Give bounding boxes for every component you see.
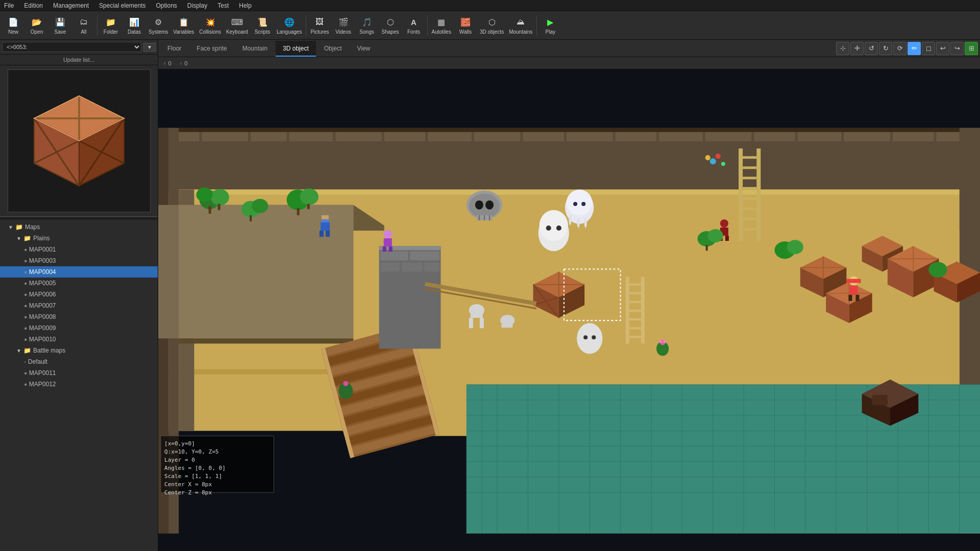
tree-map0007[interactable]: ■ MAP0007: [0, 300, 158, 311]
menu-management[interactable]: Management: [51, 1, 91, 10]
menu-edition[interactable]: Edition: [22, 1, 45, 10]
tree-map0009[interactable]: ■ MAP0009: [0, 322, 158, 334]
toolbar-scripts[interactable]: 📜 Scripts: [251, 13, 274, 38]
tool-rotate-y-btn[interactable]: ↻: [879, 42, 892, 55]
menu-test[interactable]: Test: [215, 1, 231, 10]
menu-options[interactable]: Options: [154, 1, 179, 10]
svg-rect-121: [629, 284, 641, 286]
svg-rect-117: [743, 218, 756, 220]
tree-map0001-label: MAP0001: [29, 246, 56, 253]
main-area: <>0053: ▼ Update list...: [0, 40, 980, 551]
update-list-btn[interactable]: Update list...: [0, 55, 158, 65]
toolbar-variables-label: Variables: [173, 29, 194, 35]
tree-map0006[interactable]: ■ MAP0006: [0, 289, 158, 300]
tab-face-sprite[interactable]: Face sprite: [189, 41, 234, 57]
tree-map0012-label: MAP0012: [29, 381, 56, 388]
tree-map0012[interactable]: ■ MAP0012: [0, 379, 158, 390]
autotiles-icon: ▦: [435, 16, 448, 28]
languages-icon: 🌐: [283, 16, 296, 28]
tree-map-icon-0011: ■: [24, 371, 27, 375]
tree-map0003[interactable]: ■ MAP0003: [0, 255, 158, 266]
right-panel: Floor Face sprite Mountain 3D object Obj…: [158, 40, 980, 551]
toolbar-save[interactable]: 💾 Save: [49, 13, 71, 38]
tree-plains-folder-icon: 📁: [23, 235, 31, 242]
menu-display[interactable]: Display: [185, 1, 209, 10]
preview-box: [8, 69, 151, 212]
toolbar-shapes[interactable]: ⬡ Shapes: [379, 13, 402, 38]
toolbar-folder[interactable]: 📁 Folder: [100, 13, 122, 38]
svg-point-227: [659, 340, 662, 343]
svg-rect-177: [322, 215, 329, 219]
tool-redo-btn[interactable]: ↪: [950, 42, 964, 55]
svg-rect-38: [456, 143, 503, 153]
svg-point-187: [384, 230, 392, 238]
tool-select-btn[interactable]: ⊹: [836, 42, 849, 55]
svg-rect-126: [629, 327, 641, 329]
toolbar-languages[interactable]: 🌐 Languages: [275, 13, 304, 38]
tool-rotate-z-btn[interactable]: ⟳: [893, 42, 906, 55]
tree-map-icon-0005: ■: [24, 281, 27, 286]
tree-map0011[interactable]: ■ MAP0011: [0, 367, 158, 379]
map-dropdown[interactable]: <>0053:: [2, 42, 141, 52]
map-canvas[interactable]: [x=0,y=0] Q:x=10, Y=0, Z=5 Layer = 0 Ang…: [158, 69, 980, 551]
tool-paint-btn[interactable]: ✏: [908, 42, 921, 55]
toolbar-videos[interactable]: 🎬 Videos: [332, 13, 355, 38]
tree-plains[interactable]: ▼ 📁 Plains: [0, 233, 158, 244]
tree-map-icon-0010: ■: [24, 337, 27, 342]
tree-map0001[interactable]: ■ MAP0001: [0, 244, 158, 255]
tree-map0008-label: MAP0008: [29, 313, 56, 320]
toolbar-open[interactable]: 📂 Open: [26, 13, 48, 38]
svg-rect-39: [505, 143, 546, 153]
toolbar-songs[interactable]: 🎵 Songs: [356, 13, 378, 38]
toolbar-datas-label: Datas: [128, 29, 141, 35]
toolbar-mountains[interactable]: ⛰ Mountains: [507, 13, 534, 38]
toolbar-systems[interactable]: ⚙ Systems: [146, 13, 170, 38]
tree-map-icon-0003: ■: [24, 259, 27, 263]
menu-help[interactable]: Help: [237, 1, 254, 10]
tool-layer-btn[interactable]: ⊞: [965, 42, 978, 55]
tool-move-btn[interactable]: ✛: [850, 42, 864, 55]
toolbar-datas[interactable]: 📊 Datas: [123, 13, 145, 38]
tree-map0008[interactable]: ■ MAP0008: [0, 311, 158, 322]
svg-point-164: [577, 323, 602, 354]
toolbar-fonts[interactable]: A Fonts: [403, 13, 425, 38]
all-icon: 🗂: [78, 16, 90, 28]
tab-3d-object[interactable]: 3D object: [276, 41, 316, 57]
tab-floor[interactable]: Floor: [160, 41, 188, 57]
tree-map0010[interactable]: ■ MAP0010: [0, 334, 158, 345]
tab-object[interactable]: Object: [317, 41, 349, 57]
menu-special[interactable]: Special elements: [97, 1, 148, 10]
toolbar-all[interactable]: 🗂 All: [72, 13, 95, 38]
tree-map0010-label: MAP0010: [29, 336, 56, 343]
toolbar-walls-label: Walls: [459, 29, 472, 35]
svg-rect-190: [389, 246, 393, 252]
tool-undo-btn[interactable]: ↩: [936, 42, 949, 55]
toolbar-pictures[interactable]: 🖼 Pictures: [308, 13, 331, 38]
new-icon: 📄: [7, 16, 19, 28]
map-dropdown-btn[interactable]: ▼: [143, 43, 156, 52]
svg-rect-106: [380, 262, 400, 271]
map-scene-svg: [x=0,y=0] Q:x=10, Y=0, Z=5 Layer = 0 Ang…: [158, 69, 980, 551]
toolbar-collisions[interactable]: 💥 Collisions: [197, 13, 223, 38]
tool-rotate-x-btn[interactable]: ↺: [865, 42, 878, 55]
toolbar-3dobjects[interactable]: ⬡ 3D objects: [478, 13, 506, 38]
toolbar-keyboard[interactable]: ⌨ Keyboard: [224, 13, 250, 38]
tree-default[interactable]: ▪ Default: [0, 356, 158, 367]
tree-map0004[interactable]: ■ MAP0004: [0, 266, 158, 278]
tab-mountain[interactable]: Mountain: [235, 41, 275, 57]
svg-point-216: [708, 229, 723, 242]
toolbar-new[interactable]: 📄 New: [2, 13, 24, 38]
tree-battlemaps[interactable]: ▼ 📁 Battle maps: [0, 345, 158, 356]
tool-erase-btn[interactable]: ◻: [922, 42, 935, 55]
toolbar-walls[interactable]: 🧱 Walls: [454, 13, 477, 38]
svg-rect-107: [402, 262, 422, 271]
tree-map0005[interactable]: ■ MAP0005: [0, 278, 158, 289]
tree-maps[interactable]: ▼ 📁 Maps: [0, 221, 158, 233]
svg-rect-188: [384, 238, 392, 246]
toolbar-variables[interactable]: 📋 Variables: [171, 13, 196, 38]
menu-file[interactable]: File: [2, 1, 16, 10]
tree-default-label: Default: [28, 358, 47, 365]
toolbar-autotiles[interactable]: ▦ Autotiles: [430, 13, 453, 38]
tab-view[interactable]: View: [350, 41, 377, 57]
toolbar-play[interactable]: ▶ Play: [539, 13, 561, 38]
